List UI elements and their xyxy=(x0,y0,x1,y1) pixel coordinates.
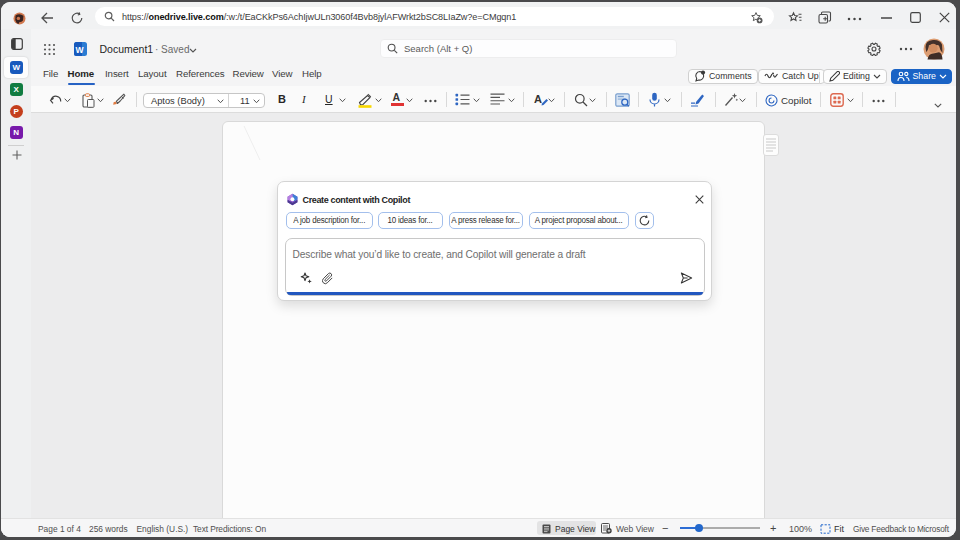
svg-text:A: A xyxy=(534,93,542,105)
